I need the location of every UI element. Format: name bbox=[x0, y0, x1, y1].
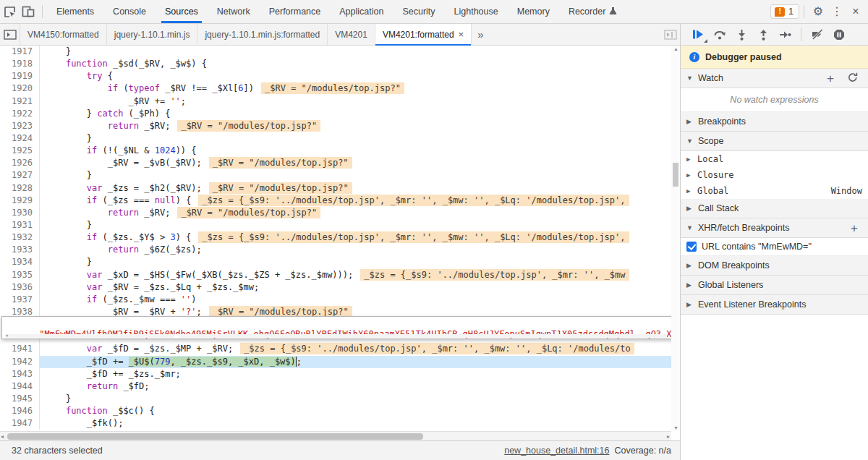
line-number[interactable]: 1946 bbox=[0, 405, 40, 417]
line-number[interactable]: 1919 bbox=[0, 70, 40, 82]
section-call-stack[interactable]: ▶Call Stack bbox=[681, 199, 868, 218]
section-global-listeners[interactable]: ▶Global Listeners bbox=[681, 276, 868, 295]
code-token bbox=[45, 381, 87, 391]
line-number[interactable]: 1935 bbox=[0, 269, 40, 281]
tab-security[interactable]: Security bbox=[393, 0, 444, 23]
section-breakpoints[interactable]: ▶Breakpoints bbox=[681, 112, 868, 132]
step-button[interactable] bbox=[775, 26, 795, 43]
inspect-element-icon[interactable] bbox=[0, 2, 19, 21]
line-number[interactable]: 1930 bbox=[0, 207, 40, 219]
line-number[interactable]: 1926 bbox=[0, 157, 40, 169]
line-number[interactable]: 1921 bbox=[0, 95, 40, 108]
code-text: _$fD += _$U$(779, _$zs._$s9, _$xD, _$w$)… bbox=[40, 356, 671, 368]
scope-item-global[interactable]: ▶GlobalWindow bbox=[681, 183, 868, 199]
banner-label: Debugger paused bbox=[705, 52, 782, 62]
device-toolbar-icon[interactable] bbox=[19, 2, 38, 21]
tooltip-scroll-left-icon[interactable]: ◂ bbox=[5, 333, 8, 338]
file-tab-jquery-1-10-1-min-js-formatted[interactable]: jquery-1.10.1.min.js:formatted bbox=[197, 24, 328, 45]
add-xhr-fetch-breakpoints-icon[interactable]: + bbox=[846, 222, 862, 234]
tab-lighthouse[interactable]: Lighthouse bbox=[445, 0, 508, 23]
line-number[interactable]: 1944 bbox=[0, 380, 40, 393]
code-text: if (_$zs._$mw === '') bbox=[40, 294, 671, 306]
line-number[interactable]: 1927 bbox=[0, 169, 40, 182]
tab-network[interactable]: Network bbox=[208, 0, 260, 23]
horizontal-scroll-thumb[interactable] bbox=[7, 433, 423, 440]
editor-horizontal-scrollbar[interactable]: ◂ ▸ bbox=[0, 431, 671, 440]
tab-sources[interactable]: Sources bbox=[156, 0, 208, 23]
add-watch-icon[interactable]: + bbox=[822, 72, 838, 85]
kebab-menu-icon[interactable]: ⋮ bbox=[827, 2, 846, 21]
editor-vertical-scrollbar[interactable]: ▲ ▼ bbox=[671, 46, 680, 431]
scope-item-closure[interactable]: ▶Closure bbox=[681, 167, 868, 183]
line-number[interactable]: 1934 bbox=[0, 256, 40, 268]
section-watch[interactable]: ▼Watch+ bbox=[681, 69, 868, 88]
tab-memory[interactable]: Memory bbox=[508, 0, 559, 23]
line-number[interactable]: 1929 bbox=[0, 195, 40, 207]
line-number[interactable]: 1928 bbox=[0, 182, 40, 195]
close-devtools-icon[interactable]: × bbox=[846, 2, 865, 21]
line-number[interactable]: 1931 bbox=[0, 219, 40, 231]
inline-eval-hint: _$RV = "/modules/top.jsp?" bbox=[177, 207, 320, 218]
line-number[interactable]: 1920 bbox=[0, 82, 40, 95]
step-over-button[interactable] bbox=[710, 26, 730, 43]
line-number[interactable]: 1924 bbox=[0, 132, 40, 145]
section-event-listener-breakpoints[interactable]: ▶Event Listener Breakpoints bbox=[681, 295, 868, 315]
line-number[interactable]: 1936 bbox=[0, 281, 40, 294]
section-xhr-fetch-breakpoints[interactable]: ▼XHR/fetch Breakpoints+ bbox=[681, 218, 868, 238]
line-number[interactable]: 1947 bbox=[0, 417, 40, 430]
more-tabs-chevron-icon[interactable]: » bbox=[472, 24, 489, 45]
line-number[interactable]: 1937 bbox=[0, 294, 40, 306]
tooltip-scrollbar[interactable]: ◂ bbox=[5, 334, 667, 338]
tab-elements[interactable]: Elements bbox=[47, 0, 103, 23]
deactivate-breakpoints-button[interactable] bbox=[807, 26, 827, 43]
line-number[interactable]: 1941 bbox=[0, 343, 40, 355]
vertical-scroll-thumb[interactable] bbox=[673, 163, 678, 187]
line-number[interactable]: 1922 bbox=[0, 108, 40, 120]
settings-gear-icon[interactable]: ⚙ bbox=[809, 2, 827, 21]
code-token: if bbox=[87, 145, 97, 156]
line-number[interactable]: 1917 bbox=[0, 46, 40, 58]
scroll-right-icon[interactable]: ▸ bbox=[667, 433, 670, 440]
line-number[interactable]: 1925 bbox=[0, 145, 40, 157]
scroll-down-icon[interactable]: ▼ bbox=[673, 425, 679, 430]
scope-item-local[interactable]: ▶Local bbox=[681, 151, 868, 167]
resume-script-button[interactable] bbox=[688, 26, 708, 43]
file-tab-label: VM4201:formatted bbox=[383, 30, 454, 40]
code-token bbox=[45, 208, 108, 218]
line-number[interactable]: 1942 bbox=[0, 356, 40, 368]
section-dom-breakpoints[interactable]: ▶DOM Breakpoints bbox=[681, 256, 868, 276]
tab-console[interactable]: Console bbox=[103, 0, 156, 23]
line-number[interactable]: 1945 bbox=[0, 393, 40, 405]
section-scope[interactable]: ▼Scope bbox=[681, 132, 868, 151]
line-number[interactable]: 1932 bbox=[0, 231, 40, 244]
code-token bbox=[45, 406, 66, 416]
scroll-up-icon[interactable]: ▲ bbox=[673, 46, 679, 51]
pause-on-exceptions-button[interactable] bbox=[829, 26, 849, 43]
tab-application[interactable]: Application bbox=[330, 0, 393, 23]
tab-performance[interactable]: Performance bbox=[260, 0, 331, 23]
line-number[interactable]: 1943 bbox=[0, 368, 40, 380]
refresh-icon[interactable] bbox=[843, 72, 862, 85]
file-tab-vm4150-formatted[interactable]: VM4150:formatted bbox=[20, 24, 107, 45]
line-number[interactable]: 1923 bbox=[0, 120, 40, 132]
close-tab-icon[interactable]: × bbox=[459, 29, 464, 40]
step-out-button[interactable] bbox=[753, 26, 773, 43]
file-tab-vm4201-formatted[interactable]: VM4201:formatted× bbox=[375, 24, 472, 45]
breakpoint-checkbox[interactable] bbox=[686, 242, 697, 252]
line-number[interactable]: 1918 bbox=[0, 58, 40, 70]
source-file-link[interactable]: new_house_detail.html:16 bbox=[504, 446, 609, 456]
line-number[interactable]: 1933 bbox=[0, 244, 40, 256]
step-into-button[interactable] bbox=[731, 26, 752, 43]
show-navigator-icon[interactable] bbox=[0, 24, 20, 45]
code-token: _$RV += bbox=[45, 96, 170, 106]
tab-recorder[interactable]: Recorder bbox=[559, 0, 626, 23]
scope-value: Window bbox=[831, 186, 862, 196]
chevron-right-icon: ▶ bbox=[686, 262, 693, 269]
scroll-left-icon[interactable]: ◂ bbox=[1, 433, 4, 440]
issues-counter-button[interactable]: ! 1 bbox=[770, 4, 799, 19]
file-tab-jquery-1-10-1-min-js[interactable]: jquery-1.10.1.min.js bbox=[107, 24, 198, 45]
code-text: return _$RV;_$RV = "/modules/top.jsp?" bbox=[40, 207, 671, 219]
code-token: if bbox=[87, 294, 97, 304]
toggle-sidebar-icon[interactable] bbox=[661, 24, 680, 45]
file-tab-vm4201[interactable]: VM4201 bbox=[328, 24, 375, 45]
